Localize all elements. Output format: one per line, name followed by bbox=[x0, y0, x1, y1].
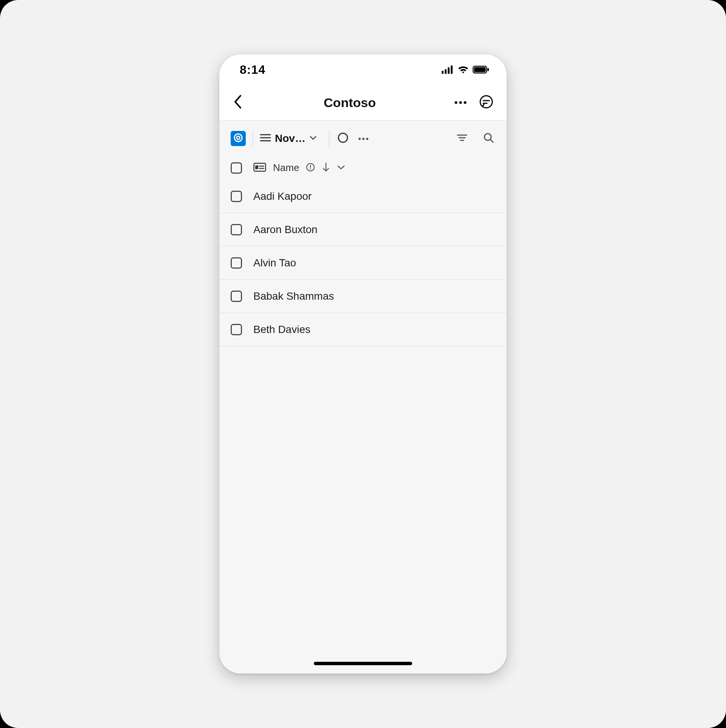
svg-point-8 bbox=[459, 101, 462, 104]
list-column-header[interactable]: Name bbox=[219, 156, 507, 180]
filter-icon bbox=[457, 134, 467, 143]
card-icon bbox=[253, 163, 266, 173]
cellular-icon bbox=[442, 65, 454, 74]
row-name: Beth Davies bbox=[253, 324, 310, 336]
divider bbox=[329, 130, 329, 147]
nav-actions bbox=[451, 93, 495, 112]
record-button[interactable] bbox=[336, 132, 350, 145]
svg-rect-28 bbox=[255, 165, 258, 169]
row-checkbox[interactable] bbox=[231, 291, 242, 302]
list: Name bbox=[219, 156, 507, 674]
chevron-down-icon bbox=[309, 135, 317, 142]
list-row[interactable]: Alvin Tao bbox=[219, 246, 507, 280]
row-checkbox[interactable] bbox=[231, 191, 242, 202]
sort-arrow-down-icon bbox=[322, 162, 330, 174]
back-button[interactable] bbox=[227, 92, 248, 113]
search-icon bbox=[483, 132, 494, 145]
select-all-checkbox[interactable] bbox=[231, 162, 242, 174]
status-time: 8:14 bbox=[240, 63, 265, 77]
list-row[interactable]: Aaron Buxton bbox=[219, 213, 507, 246]
circle-icon bbox=[337, 132, 349, 145]
svg-rect-1 bbox=[445, 69, 447, 74]
row-name: Aadi Kapoor bbox=[253, 190, 312, 202]
svg-point-20 bbox=[362, 138, 365, 140]
svg-rect-2 bbox=[448, 67, 450, 74]
svg-point-14 bbox=[237, 136, 240, 139]
view-label: Nov… bbox=[275, 132, 306, 145]
svg-point-9 bbox=[464, 101, 466, 104]
svg-line-26 bbox=[490, 140, 493, 142]
battery-icon bbox=[473, 65, 489, 74]
view-picker[interactable]: Nov… bbox=[260, 132, 322, 145]
frame: 8:14 bbox=[0, 0, 726, 728]
row-checkbox[interactable] bbox=[231, 257, 242, 269]
svg-point-21 bbox=[366, 138, 368, 140]
home-indicator[interactable] bbox=[314, 662, 412, 665]
search-button[interactable] bbox=[482, 132, 495, 145]
svg-rect-6 bbox=[487, 68, 489, 71]
row-name: Babak Shammas bbox=[253, 290, 334, 302]
more-horizontal-icon bbox=[358, 135, 369, 142]
chevron-down-icon bbox=[337, 165, 345, 171]
svg-rect-0 bbox=[442, 71, 444, 74]
svg-point-13 bbox=[234, 134, 242, 142]
more-horizontal-icon bbox=[454, 99, 467, 106]
svg-point-10 bbox=[480, 96, 492, 108]
list-row[interactable]: Aadi Kapoor bbox=[219, 180, 507, 213]
chat-button[interactable] bbox=[477, 93, 495, 112]
column-name-label: Name bbox=[273, 162, 299, 174]
divider bbox=[253, 130, 253, 147]
row-name: Alvin Tao bbox=[253, 257, 296, 269]
chat-icon bbox=[479, 94, 494, 111]
list-row[interactable]: Beth Davies bbox=[219, 313, 507, 346]
status-icons bbox=[442, 65, 489, 74]
nav-bar: Contoso bbox=[219, 85, 507, 120]
phone-screen: 8:14 bbox=[219, 54, 507, 674]
svg-point-19 bbox=[358, 138, 361, 140]
app-chip[interactable] bbox=[231, 131, 246, 146]
svg-rect-5 bbox=[474, 67, 486, 72]
svg-rect-3 bbox=[451, 65, 453, 74]
filter-button[interactable] bbox=[455, 132, 469, 145]
wifi-icon bbox=[458, 65, 469, 74]
chevron-left-icon bbox=[233, 94, 242, 111]
list-icon bbox=[260, 133, 271, 144]
svg-point-33 bbox=[310, 168, 311, 170]
app-chip-icon bbox=[233, 133, 243, 144]
overflow-button[interactable] bbox=[357, 132, 370, 145]
info-icon bbox=[306, 163, 315, 173]
row-checkbox[interactable] bbox=[231, 324, 242, 335]
more-button[interactable] bbox=[451, 93, 470, 112]
svg-point-18 bbox=[338, 133, 347, 142]
row-name: Aaron Buxton bbox=[253, 224, 318, 236]
page-title: Contoso bbox=[248, 95, 451, 110]
status-bar: 8:14 bbox=[219, 54, 507, 85]
toolbar: Nov… bbox=[219, 120, 507, 156]
row-checkbox[interactable] bbox=[231, 224, 242, 235]
svg-point-7 bbox=[455, 101, 457, 104]
list-row[interactable]: Babak Shammas bbox=[219, 280, 507, 313]
